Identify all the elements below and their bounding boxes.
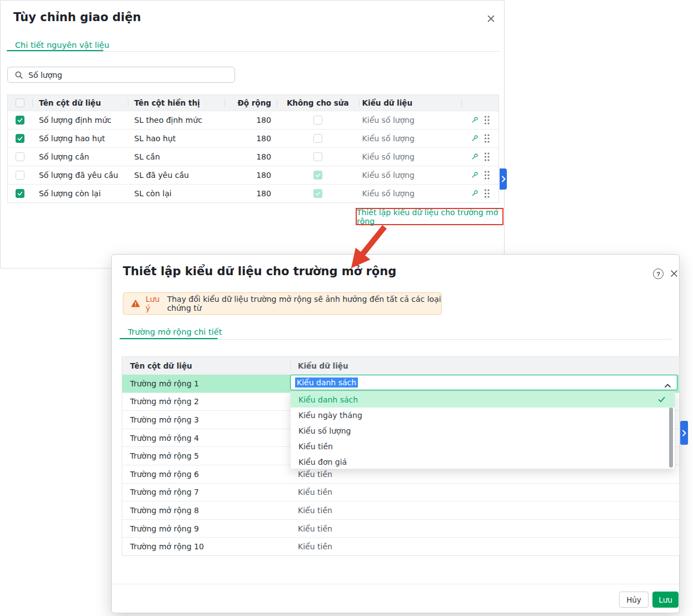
- cell-display-name: SL cần: [128, 148, 225, 166]
- warning-banner: Lưu ý Thay đổi kiểu dữ liệu trường mở rộ…: [123, 292, 442, 315]
- select-all-checkbox[interactable]: [16, 98, 24, 107]
- save-button[interactable]: Lưu: [652, 592, 679, 608]
- extension-datatype-modal: Thiết lập kiểu dữ liệu cho trường mở rộn…: [111, 254, 680, 613]
- extension-settings-link[interactable]: Thiết lập kiểu dữ liệu cho trường mở rộn…: [357, 208, 502, 226]
- option-label: Kiểu danh sách: [298, 395, 358, 404]
- cell-display-name: SL hao hụt: [128, 130, 225, 147]
- option-label: Kiểu số lượng: [298, 426, 351, 435]
- close-icon[interactable]: [485, 13, 496, 24]
- table-header: Tên cột dữ liệu Kiểu dữ liệu: [122, 357, 679, 374]
- cell-data-name: Số lượng định mức: [32, 111, 128, 129]
- chevron-right-icon: [681, 429, 687, 437]
- option-label: Kiểu ngày tháng: [298, 411, 362, 420]
- drag-handle-icon[interactable]: [483, 188, 490, 198]
- cell-data-name: Số lượng cần: [32, 148, 128, 166]
- cell-data-name: Số lượng còn lại: [32, 185, 128, 202]
- dropdown-option[interactable]: Kiểu tiền: [291, 439, 675, 454]
- cell-width: 180: [225, 111, 277, 129]
- table-row: Số lượng định mức SL theo định mức 180 K…: [8, 111, 498, 129]
- readonly-checkbox[interactable]: [313, 171, 322, 180]
- tab-extension-detail[interactable]: Trường mở rộng chi tiết: [128, 327, 222, 336]
- check-icon: [657, 395, 666, 405]
- search-box: [7, 67, 235, 83]
- table-row[interactable]: Trường mở rộng 8 Kiểu tiền: [122, 501, 679, 519]
- table-row: Số lượng còn lại SL còn lại 180 Kiểu số …: [8, 184, 498, 202]
- col-header-name: Tên cột dữ liệu: [130, 361, 192, 370]
- cell-name: Trường mở rộng 6: [122, 465, 290, 483]
- expand-panel-tab[interactable]: [500, 168, 507, 190]
- option-label: Kiểu đơn giá: [298, 458, 347, 466]
- cell-data-name: Số lượng đã yêu cầu: [32, 166, 128, 184]
- drag-handle-icon[interactable]: [483, 170, 490, 180]
- tab-material-detail[interactable]: Chi tiết nguyên vật liệu: [15, 41, 109, 49]
- datatype-combobox[interactable]: Kiểu danh sách: [290, 375, 677, 390]
- cell-name: Trường mở rộng 9: [122, 520, 290, 538]
- tabbar-divider: [119, 339, 672, 340]
- pin-icon[interactable]: [470, 116, 479, 125]
- cell-name: Trường mở rộng 2: [122, 393, 290, 411]
- warning-text: Thay đổi kiểu dữ liệu trường mở rộng sẽ …: [167, 295, 441, 312]
- row-checkbox[interactable]: [16, 134, 24, 143]
- dropdown-option[interactable]: Kiểu số lượng: [291, 423, 675, 439]
- footer-divider: [112, 584, 679, 584]
- cell-data-name: Số lượng hao hụt: [32, 130, 128, 147]
- cell-type: Kiểu tiền: [290, 501, 679, 519]
- col-header-width: Độ rộng: [237, 98, 271, 107]
- drag-handle-icon[interactable]: [483, 152, 490, 162]
- warning-label: Lưu ý: [146, 295, 164, 312]
- chevron-right-icon: [501, 175, 506, 183]
- dropdown-option-selected[interactable]: Kiểu danh sách: [291, 392, 675, 408]
- cell-type: Kiểu tiền: [290, 520, 679, 538]
- readonly-checkbox[interactable]: [313, 152, 322, 161]
- help-icon[interactable]: ?: [653, 269, 664, 279]
- cell-name: Trường mở rộng 5: [122, 447, 290, 465]
- cell-display-name: SL theo định mức: [128, 111, 225, 129]
- close-icon[interactable]: [669, 268, 680, 279]
- columns-table: Tên cột dữ liệu Tên cột hiển thị Độ rộng…: [7, 95, 499, 203]
- datatype-dropdown-panel: Kiểu danh sách Kiểu ngày tháng Kiểu số l…: [290, 391, 675, 469]
- readonly-checkbox[interactable]: [313, 189, 322, 198]
- warning-icon: [131, 299, 140, 308]
- pin-icon[interactable]: [470, 171, 479, 180]
- modal-title: Thiết lập kiểu dữ liệu cho trường mở rộn…: [123, 265, 396, 278]
- cell-data-type: Kiểu số lượng: [359, 148, 462, 166]
- cancel-button[interactable]: Hủy: [619, 592, 649, 608]
- search-input[interactable]: [28, 71, 217, 80]
- row-checkbox[interactable]: [16, 116, 24, 125]
- table-header: Tên cột dữ liệu Tên cột hiển thị Độ rộng…: [8, 95, 498, 111]
- table-row: Số lượng hao hụt SL hao hụt 180 Kiểu số …: [8, 129, 498, 147]
- readonly-checkbox[interactable]: [313, 116, 322, 125]
- chevron-up-icon[interactable]: [664, 380, 671, 390]
- cell-data-type: Kiểu số lượng: [359, 185, 462, 202]
- screen: Tùy chỉnh giao diện Chi tiết nguyên vật …: [0, 0, 693, 616]
- drag-handle-icon[interactable]: [483, 115, 490, 125]
- cell-name: Trường mở rộng 4: [122, 429, 290, 447]
- search-icon: [14, 71, 23, 80]
- readonly-checkbox[interactable]: [313, 134, 322, 143]
- pin-icon[interactable]: [470, 189, 479, 198]
- cell-type: Kiểu tiền: [290, 538, 679, 555]
- col-header-readonly: Không cho sửa: [287, 98, 349, 107]
- table-row[interactable]: Trường mở rộng 10 Kiểu tiền: [122, 537, 679, 555]
- table-row[interactable]: Trường mở rộng 9 Kiểu tiền: [122, 519, 679, 538]
- col-header-display-name: Tên cột hiển thị: [134, 98, 200, 107]
- table-row: Số lượng cần SL cần 180 Kiểu số lượng: [8, 147, 498, 166]
- row-checkbox[interactable]: [16, 189, 24, 198]
- cell-name: Trường mở rộng 7: [122, 484, 290, 501]
- dropdown-scrollbar-thumb[interactable]: [669, 408, 673, 468]
- drag-handle-icon[interactable]: [483, 133, 490, 143]
- table-row[interactable]: Trường mở rộng 7 Kiểu tiền: [122, 483, 679, 501]
- cell-type: Kiểu tiền: [290, 484, 679, 501]
- pin-icon[interactable]: [470, 152, 479, 161]
- row-checkbox[interactable]: [16, 152, 24, 161]
- cell-display-name: SL đã yêu cầu: [128, 166, 225, 184]
- combobox-value: Kiểu danh sách: [295, 377, 358, 388]
- expand-panel-tab[interactable]: [680, 421, 688, 445]
- row-checkbox[interactable]: [16, 171, 24, 180]
- col-header-data-name: Tên cột dữ liệu: [39, 98, 101, 107]
- pin-icon[interactable]: [470, 134, 479, 143]
- col-header-data-type: Kiểu dữ liệu: [362, 98, 413, 107]
- dropdown-option[interactable]: Kiểu đơn giá: [291, 454, 675, 470]
- cell-display-name: SL còn lại: [128, 185, 225, 202]
- dropdown-option[interactable]: Kiểu ngày tháng: [291, 408, 675, 423]
